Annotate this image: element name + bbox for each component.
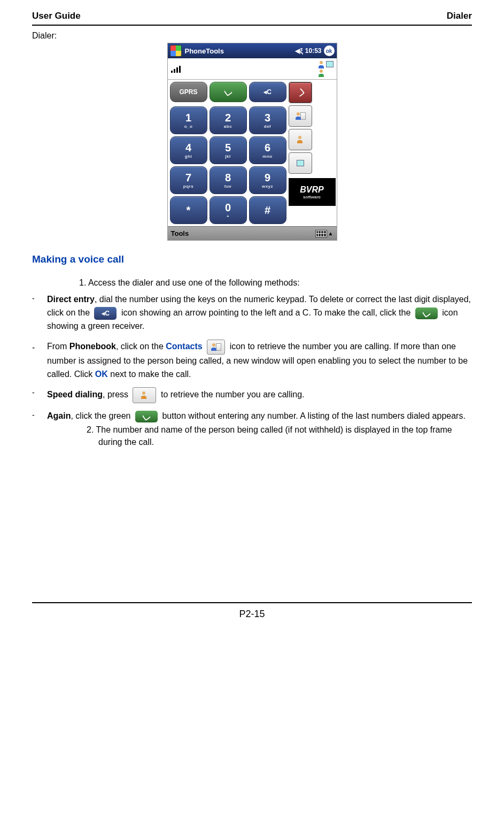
keyboard-icon[interactable] — [315, 230, 327, 237]
person-green-icon — [318, 70, 325, 77]
speeddial-button[interactable] — [289, 129, 312, 150]
bullet-again: - Again, click the green button without … — [32, 410, 472, 452]
header-right: Dialer — [447, 11, 472, 21]
speaker-icon[interactable]: ◀ξ — [295, 47, 303, 55]
section-title: Making a voice call — [32, 253, 472, 265]
ok-button[interactable]: ok — [324, 45, 335, 56]
tools-menu[interactable]: Tools — [171, 229, 189, 237]
header-left: User Guide — [32, 11, 81, 21]
pda-bottombar: Tools ▲ — [168, 226, 337, 240]
page-number: P2-15 — [32, 609, 472, 620]
side-buttons — [289, 80, 338, 176]
call-icon-again — [135, 411, 158, 422]
page-header: User Guide Dialer — [32, 11, 472, 25]
step-1: 1. Access the dialer and use one of the … — [91, 277, 472, 289]
key-2[interactable]: 2abc — [210, 106, 247, 134]
key-5[interactable]: 5jkl — [210, 136, 247, 164]
key-4[interactable]: 4ghi — [170, 136, 207, 164]
key-8[interactable]: 8tuv — [210, 166, 247, 194]
speeddial-icon — [133, 387, 156, 403]
step-2: 2. The number and name of the person bei… — [98, 424, 472, 448]
dialer-label: Dialer: — [32, 31, 472, 41]
number-display — [168, 58, 337, 80]
key-1[interactable]: 1o_o — [170, 106, 207, 134]
key-7[interactable]: 7pqrs — [170, 166, 207, 194]
call-icon — [415, 307, 438, 319]
contacts-icon — [207, 340, 225, 355]
titlebar-time: 10:53 — [305, 47, 322, 55]
pda-titlebar: PhoneTools ◀ξ 10:53 ok — [168, 43, 337, 58]
key-0[interactable]: 0+ — [210, 196, 247, 224]
bvrp-logo: BVRP software — [289, 178, 336, 206]
key-6[interactable]: 6mno — [249, 136, 286, 164]
hangup-button[interactable] — [289, 82, 312, 103]
pda-body: GPRS ◂C 1o_o 2abc 3def 4ghi 5jkl 6mno 7p… — [168, 58, 337, 226]
header-rule — [32, 25, 472, 26]
key-hash[interactable]: # — [249, 196, 286, 224]
pda-title: PhoneTools — [185, 47, 296, 55]
key-3[interactable]: 3def — [249, 106, 286, 134]
kbd-up-icon[interactable]: ▲ — [328, 230, 334, 236]
bullet-direct-entry: - Direct entry, dial the number using th… — [32, 293, 472, 333]
phone-mini-icon — [326, 61, 334, 67]
person-blue-icon — [318, 61, 325, 68]
start-icon[interactable] — [170, 45, 182, 57]
footer-rule — [32, 602, 472, 603]
gprs-key[interactable]: GPRS — [170, 82, 207, 102]
backspace-icon: ◂C — [94, 307, 117, 320]
contacts-button[interactable] — [289, 105, 312, 127]
call-key[interactable] — [210, 82, 247, 102]
bullet-phonebook: - From Phonebook, click on the Contacts … — [32, 340, 472, 381]
key-star[interactable]: * — [170, 196, 207, 224]
backspace-key[interactable]: ◂C — [249, 82, 286, 102]
keypad-grid: 1o_o 2abc 3def 4ghi 5jkl 6mno 7pqrs 8tuv… — [168, 104, 289, 226]
bullet-speed-dial: - Speed dialing, press to retrieve the n… — [32, 387, 472, 403]
pda-screenshot: PhoneTools ◀ξ 10:53 ok GPRS ◂C — [167, 43, 337, 241]
keypad-top-row: GPRS ◂C — [168, 80, 289, 104]
pc-sync-button[interactable] — [289, 152, 312, 174]
key-9[interactable]: 9wxyz — [249, 166, 286, 194]
signal-icon — [171, 65, 181, 73]
